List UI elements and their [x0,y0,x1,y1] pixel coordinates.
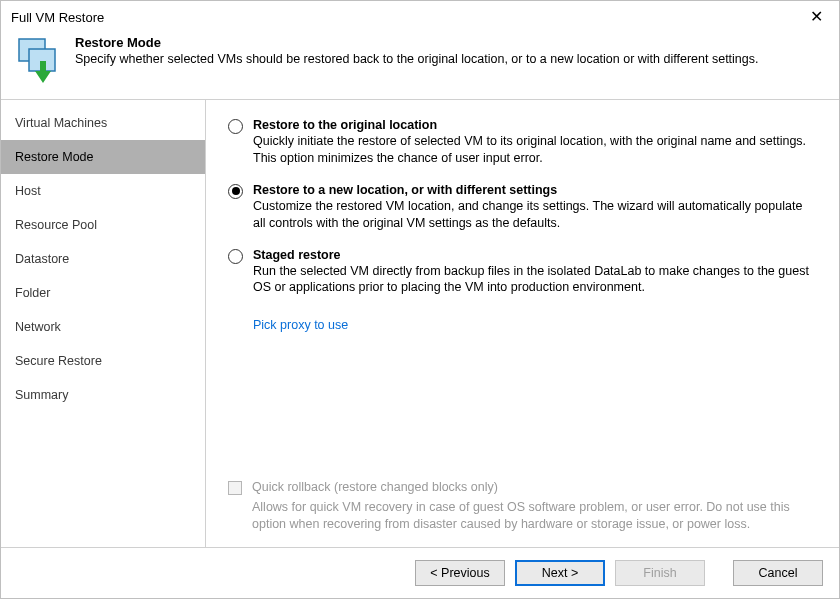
body: Virtual Machines Restore Mode Host Resou… [1,100,839,547]
option-staged-restore[interactable]: Staged restore Run the selected VM direc… [228,248,817,297]
radio-staged-restore[interactable] [228,249,243,264]
pick-proxy-link[interactable]: Pick proxy to use [253,318,817,332]
step-virtual-machines[interactable]: Virtual Machines [1,106,205,140]
step-summary[interactable]: Summary [1,378,205,412]
option-original-title: Restore to the original location [253,118,817,132]
step-folder[interactable]: Folder [1,276,205,310]
content-pane: Restore to the original location Quickly… [206,100,839,547]
window-title: Full VM Restore [11,10,104,25]
step-resource-pool[interactable]: Resource Pool [1,208,205,242]
option-original-desc: Quickly initiate the restore of selected… [253,133,817,167]
option-new-title: Restore to a new location, or with diffe… [253,183,817,197]
titlebar: Full VM Restore ✕ [1,1,839,31]
footer: < Previous Next > Finish Cancel [1,547,839,598]
restore-vm-icon [15,37,63,85]
dialog-window: Full VM Restore ✕ Restore Mode Specify w… [0,0,840,599]
page-title: Restore Mode [75,35,825,50]
step-datastore[interactable]: Datastore [1,242,205,276]
option-original-location[interactable]: Restore to the original location Quickly… [228,118,817,167]
page-header: Restore Mode Specify whether selected VM… [1,31,839,100]
radio-new-location[interactable] [228,184,243,199]
option-staged-title: Staged restore [253,248,817,262]
previous-button[interactable]: < Previous [415,560,505,586]
quick-rollback-label: Quick rollback (restore changed blocks o… [252,480,498,494]
step-network[interactable]: Network [1,310,205,344]
quick-rollback-desc: Allows for quick VM recovery in case of … [252,499,817,533]
option-staged-desc: Run the selected VM directly from backup… [253,263,817,297]
quick-rollback-row: Quick rollback (restore changed blocks o… [228,480,817,495]
step-restore-mode[interactable]: Restore Mode [1,140,205,174]
step-host[interactable]: Host [1,174,205,208]
close-icon[interactable]: ✕ [804,7,829,27]
radio-original-location[interactable] [228,119,243,134]
wizard-steps: Virtual Machines Restore Mode Host Resou… [1,100,206,547]
option-new-desc: Customize the restored VM location, and … [253,198,817,232]
quick-rollback-checkbox [228,481,242,495]
next-button[interactable]: Next > [515,560,605,586]
cancel-button[interactable]: Cancel [733,560,823,586]
step-secure-restore[interactable]: Secure Restore [1,344,205,378]
header-text: Restore Mode Specify whether selected VM… [75,35,825,66]
page-subtitle: Specify whether selected VMs should be r… [75,52,825,66]
option-new-location[interactable]: Restore to a new location, or with diffe… [228,183,817,232]
finish-button: Finish [615,560,705,586]
